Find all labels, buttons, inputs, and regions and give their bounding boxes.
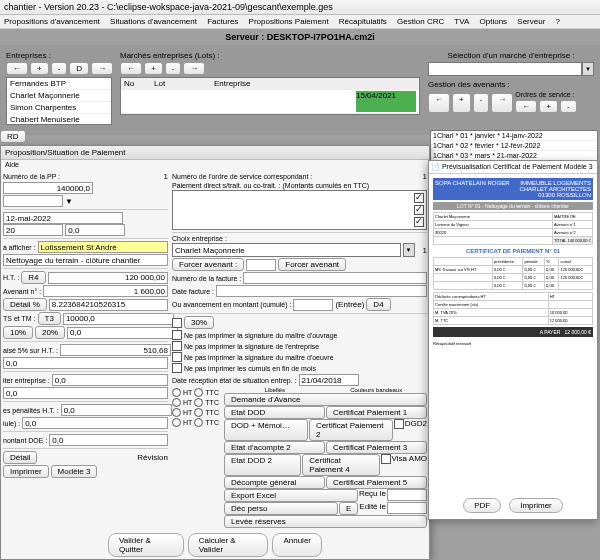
menu-factures[interactable]: Factures	[207, 17, 238, 26]
z5[interactable]	[22, 417, 168, 429]
chk-sig1[interactable]	[172, 330, 182, 340]
ent-del[interactable]: -	[51, 62, 68, 75]
btn-dod-memo[interactable]: DOD + Mémoi…	[224, 419, 308, 441]
list-item[interactable]: 1Charl * 02 * février * 12-févr-2022	[431, 141, 597, 151]
dropdown-arrow-icon[interactable]: ▼	[403, 243, 415, 257]
menu-crc[interactable]: Gestion CRC	[397, 17, 444, 26]
dropdown-arrow-icon[interactable]: ▼	[65, 197, 73, 206]
field-1[interactable]	[3, 195, 63, 207]
list-item[interactable]: 1Charl * 01 * janvier * 14-janv-2022	[431, 131, 597, 141]
btn-cert5[interactable]: Certificat Paiement 5	[326, 476, 427, 489]
p20-button[interactable]: 20%	[35, 326, 65, 339]
btn-demande-avance[interactable]: Demande d'Avance	[224, 393, 427, 406]
btn-levee[interactable]: Levée réserves	[224, 515, 427, 528]
date-input[interactable]	[3, 212, 123, 224]
edite-input[interactable]	[387, 502, 427, 514]
forcer2-button[interactable]: Forcer avenant	[278, 258, 346, 271]
v20-input[interactable]	[3, 224, 63, 236]
av-del[interactable]: -	[473, 93, 490, 113]
paiement-menu[interactable]: Aide	[1, 160, 429, 169]
marche-prev[interactable]: ←	[120, 62, 142, 75]
selection-combo[interactable]: ▼	[428, 62, 594, 76]
chk-2[interactable]	[414, 205, 424, 215]
detail-val[interactable]	[49, 299, 168, 311]
list-item[interactable]: Simon Charpentes	[7, 102, 111, 114]
menu-situations[interactable]: Situations d'avancement	[110, 17, 197, 26]
btn-cert4[interactable]: Certificat Paiement 4	[302, 454, 379, 476]
chk-3[interactable]	[414, 217, 424, 227]
os-add[interactable]: +	[539, 100, 558, 113]
z3[interactable]	[52, 374, 168, 386]
t3-value[interactable]	[63, 313, 174, 325]
z3b[interactable]	[3, 387, 168, 399]
av-next[interactable]: →	[491, 93, 513, 113]
numfact-input[interactable]	[243, 272, 427, 284]
menu-serveur[interactable]: Serveur	[517, 17, 545, 26]
btn-export-excel[interactable]: Export Excel	[224, 489, 358, 502]
list-item[interactable]: Charlet Maçonnerie	[7, 90, 111, 102]
btn-cert2[interactable]: Certificat Paiement 2	[309, 419, 393, 441]
z2[interactable]	[3, 357, 168, 369]
datefact-input[interactable]	[216, 285, 427, 297]
cinq-value[interactable]	[60, 344, 171, 356]
choix-combo[interactable]	[172, 243, 401, 257]
chk-1[interactable]	[414, 193, 424, 203]
r-ht2[interactable]	[172, 398, 181, 407]
entreprises-list[interactable]: Fernandes BTP Charlet Maçonnerie Simon C…	[6, 77, 112, 125]
btn-dod2[interactable]: Etat DOD 2	[224, 454, 301, 476]
daterec-input[interactable]	[299, 374, 359, 386]
marche-add[interactable]: +	[144, 62, 163, 75]
chk-30[interactable]	[172, 318, 182, 328]
r-ht4[interactable]	[172, 418, 181, 427]
r4-value[interactable]	[48, 272, 168, 284]
paiement-list[interactable]	[172, 190, 427, 230]
menu-options[interactable]: Options	[480, 17, 508, 26]
selection-input[interactable]	[428, 62, 582, 76]
btn-etat-dod[interactable]: Etat DOD	[224, 406, 325, 419]
p30-button[interactable]: 30%	[184, 316, 214, 329]
forcer-input[interactable]	[246, 259, 276, 271]
amount-input[interactable]	[3, 182, 93, 194]
os-prev[interactable]: ←	[515, 100, 537, 113]
chk-sig3[interactable]	[172, 352, 182, 362]
chk-sig4[interactable]	[172, 363, 182, 373]
annuler-button[interactable]: Annuler	[272, 533, 322, 557]
ent-add[interactable]: +	[30, 62, 49, 75]
z1[interactable]	[67, 327, 178, 339]
pdf-button[interactable]: PDF	[463, 498, 501, 513]
ent-next[interactable]: →	[91, 62, 113, 75]
menu-propositions-paiement[interactable]: Propositions Paiement	[249, 17, 329, 26]
r-ttc4[interactable]	[194, 418, 203, 427]
av-prev[interactable]: ←	[428, 93, 450, 113]
btn-acompte2[interactable]: Etat d'acompte 2	[224, 441, 325, 454]
chk-sig2[interactable]	[172, 341, 182, 351]
lot-input[interactable]	[38, 241, 168, 253]
z4[interactable]	[61, 404, 172, 416]
menu-recapitulatifs[interactable]: Récapitulatifs	[339, 17, 387, 26]
d4-button[interactable]: D4	[366, 298, 390, 311]
os-del[interactable]: -	[560, 100, 577, 113]
r-ht3[interactable]	[172, 408, 181, 417]
detail-button[interactable]: Détail	[3, 451, 37, 464]
list-item[interactable]: Chabert Menuiserie	[7, 114, 111, 125]
v00-input[interactable]	[65, 224, 125, 236]
valider-quitter-button[interactable]: Valider & Quitter	[108, 533, 184, 557]
p10-button[interactable]: 10%	[3, 326, 33, 339]
modele3-button[interactable]: Modèle 3	[51, 465, 98, 478]
recu-input[interactable]	[387, 489, 427, 501]
btn-cert1[interactable]: Certificat Paiement 1	[326, 406, 427, 419]
r-ttc3[interactable]	[194, 408, 203, 417]
avenant-value[interactable]	[43, 285, 168, 297]
z6[interactable]	[49, 434, 168, 446]
imprimer-button[interactable]: Imprimer	[3, 465, 49, 478]
av-add[interactable]: +	[452, 93, 471, 113]
ent-d[interactable]: D	[69, 62, 89, 75]
calculer-valider-button[interactable]: Calculer & Valider	[188, 533, 269, 557]
detail-pct-button[interactable]: Détail %	[3, 298, 47, 311]
menu-tva[interactable]: TVA	[454, 17, 469, 26]
r-ttc1[interactable]	[194, 388, 203, 397]
btn-decompte[interactable]: Décompte général	[224, 476, 325, 489]
r4-button[interactable]: R4	[21, 271, 45, 284]
menu-propositions-avancement[interactable]: Propositions d'avancement	[4, 17, 100, 26]
marche-del[interactable]: -	[165, 62, 182, 75]
